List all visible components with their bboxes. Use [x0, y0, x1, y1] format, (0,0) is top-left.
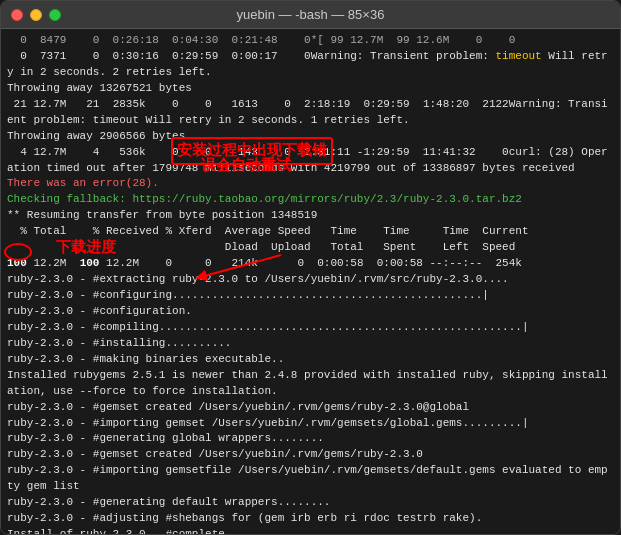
terminal-line: ruby-2.3.0 - #generating default wrapper… [7, 495, 614, 511]
terminal-line: ** Resuming transfer from byte position … [7, 208, 614, 224]
terminal-line: ruby-2.3.0 - #compiling.................… [7, 320, 614, 336]
maximize-button[interactable] [49, 9, 61, 21]
terminal-line: ruby-2.3.0 - #extracting ruby-2.3.0 to /… [7, 272, 614, 288]
titlebar: yuebin — -bash — 85×36 [1, 1, 620, 29]
terminal-line: Install of ruby-2.3.0 - #complete [7, 527, 614, 534]
terminal-line: Installed rubygems 2.5.1 is newer than 2… [7, 368, 614, 400]
terminal-line: ruby-2.3.0 - #importing gemsetfile /User… [7, 463, 614, 495]
terminal-line: ruby-2.3.0 - #configuration. [7, 304, 614, 320]
terminal-line: 0 8479 0 0:26:18 0:04:30 0:21:48 0*[ 99 … [7, 33, 614, 49]
terminal-line: ruby-2.3.0 - #adjusting #shebangs for (g… [7, 511, 614, 527]
terminal-line: ruby-2.3.0 - #making binaries executable… [7, 352, 614, 368]
terminal-line: Checking fallback: https://ruby.taobao.o… [7, 192, 614, 208]
terminal-line: ruby-2.3.0 - #gemset created /Users/yueb… [7, 447, 614, 463]
terminal-line: 0 7371 0 0:30:16 0:29:59 0:00:17 0Warnin… [7, 49, 614, 81]
traffic-lights [11, 9, 61, 21]
terminal-line: 21 12.7M 21 2835k 0 0 1613 0 2:18:19 0:2… [7, 97, 614, 129]
terminal-line-error: There was an error(28). [7, 176, 614, 192]
terminal-line: ruby-2.3.0 - #gemset created /Users/yueb… [7, 400, 614, 416]
window-title: yuebin — -bash — 85×36 [237, 7, 385, 22]
terminal-window: yuebin — -bash — 85×36 0 8479 0 0:26:18 … [0, 0, 621, 535]
terminal-line: Dload Upload Total Spent Left Speed [7, 240, 614, 256]
terminal-line: % Total % Received % Xferd Average Speed… [7, 224, 614, 240]
terminal-line: ruby-2.3.0 - #generating global wrappers… [7, 431, 614, 447]
terminal-line: ruby-2.3.0 - #importing gemset /Users/yu… [7, 416, 614, 432]
terminal-progress-line: 100 12.2M 100 12.2M 0 0 214k 0 0:00:58 0… [7, 256, 614, 272]
terminal-line: 4 12.7M 4 536k 0 0 143 0 2:31:11 -1:29:5… [7, 145, 614, 177]
terminal-line: Throwing away 2906566 bytes [7, 129, 614, 145]
close-button[interactable] [11, 9, 23, 21]
terminal-line: ruby-2.3.0 - #configuring...............… [7, 288, 614, 304]
terminal-line: Throwing away 13267521 bytes [7, 81, 614, 97]
terminal-line: ruby-2.3.0 - #installing.......... [7, 336, 614, 352]
terminal-body[interactable]: 0 8479 0 0:26:18 0:04:30 0:21:48 0*[ 99 … [1, 29, 620, 534]
minimize-button[interactable] [30, 9, 42, 21]
